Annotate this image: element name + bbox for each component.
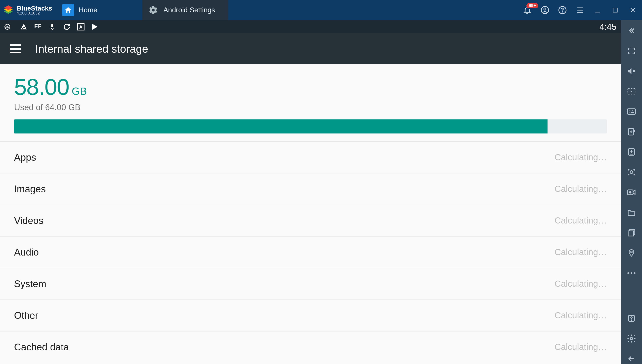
svg-point-20 xyxy=(630,272,632,274)
media-folder-button[interactable] xyxy=(626,207,637,218)
bluestacks-logo-block: BlueStacks 4.260.0.1032 xyxy=(0,0,57,20)
keymap-button[interactable] xyxy=(626,86,637,96)
help-button[interactable] xyxy=(558,5,567,15)
status-icon-play xyxy=(91,23,99,31)
category-value: Calculating… xyxy=(554,342,607,352)
svg-point-18 xyxy=(630,251,632,253)
page-title: Internal shared storage xyxy=(35,42,148,55)
more-button[interactable] xyxy=(626,268,637,278)
svg-rect-4 xyxy=(613,8,617,12)
drawer-menu-button[interactable] xyxy=(10,44,21,53)
side-toolbar xyxy=(621,20,642,364)
svg-point-14 xyxy=(630,171,633,174)
home-icon xyxy=(62,4,74,16)
status-icon-3 xyxy=(48,23,57,31)
app-name: BlueStacks xyxy=(17,5,52,12)
storage-progress-fill xyxy=(14,120,547,134)
category-label: System xyxy=(14,278,46,290)
svg-point-19 xyxy=(627,272,629,274)
tab-settings-label: Android Settings xyxy=(163,6,215,14)
category-row-cached-data[interactable]: Cached dataCalculating… xyxy=(0,332,621,363)
svg-point-16 xyxy=(629,192,631,193)
install-apk-right-button[interactable] xyxy=(626,126,637,137)
toolbar-settings-button[interactable] xyxy=(626,333,637,344)
title-actions: 99+ xyxy=(522,5,642,15)
back-button[interactable] xyxy=(626,354,637,364)
close-button[interactable] xyxy=(628,5,637,15)
account-button[interactable] xyxy=(540,5,550,15)
category-row-other[interactable]: OtherCalculating… xyxy=(0,300,621,332)
tab-android-settings[interactable]: Android Settings xyxy=(142,0,228,20)
svg-text:A: A xyxy=(79,24,82,30)
titlebar: BlueStacks 4.260.0.1032 Home Android Set… xyxy=(0,0,642,20)
storage-content: 58.00 GB Used of 64.00 GB AppsCalculatin… xyxy=(0,64,621,364)
category-label: Videos xyxy=(14,215,44,226)
status-icon-a: A xyxy=(77,23,85,31)
keyboard-button[interactable] xyxy=(626,106,637,117)
category-value: Calculating… xyxy=(554,216,607,226)
storage-used-value: 58.00 xyxy=(14,74,69,100)
screenshot-button[interactable] xyxy=(626,167,637,178)
storage-used: 58.00 GB xyxy=(14,74,607,100)
status-icon-refresh xyxy=(63,23,71,31)
svg-point-3 xyxy=(562,12,563,12)
storage-subtitle: Used of 64.00 GB xyxy=(14,103,607,112)
svg-text:dN: dN xyxy=(5,25,10,29)
svg-rect-17 xyxy=(628,231,633,236)
emulator-viewport: dN FF A 4:45 Internal shared storage xyxy=(0,20,621,364)
category-label: Apps xyxy=(14,152,36,163)
gear-icon xyxy=(148,4,159,16)
bluestacks-text: BlueStacks 4.260.0.1032 xyxy=(17,5,52,15)
category-value: Calculating… xyxy=(554,152,607,162)
svg-point-1 xyxy=(544,8,546,10)
category-value: Calculating… xyxy=(554,184,607,194)
tab-home-label: Home xyxy=(79,6,97,14)
multi-instance-button[interactable] xyxy=(626,228,637,238)
category-value: Calculating… xyxy=(554,310,607,320)
bluestacks-logo-icon xyxy=(3,4,14,16)
guide-button[interactable] xyxy=(626,313,637,324)
status-icon-2 xyxy=(19,23,28,31)
category-label: Images xyxy=(14,183,46,195)
status-icon-ff: FF xyxy=(34,23,42,31)
fullscreen-button[interactable] xyxy=(626,46,637,56)
status-icon-1: dN xyxy=(5,23,13,31)
record-button[interactable] xyxy=(626,187,637,198)
category-value: Calculating… xyxy=(554,247,607,257)
tabs: Home Android Settings xyxy=(57,0,228,20)
category-label: Audio xyxy=(14,246,39,258)
category-row-videos[interactable]: VideosCalculating… xyxy=(0,205,621,237)
svg-point-21 xyxy=(634,272,635,274)
svg-point-24 xyxy=(630,338,633,340)
tab-home[interactable]: Home xyxy=(57,0,142,20)
menu-button[interactable] xyxy=(575,5,585,15)
category-label: Other xyxy=(14,310,38,321)
storage-used-unit: GB xyxy=(72,85,87,98)
notification-badge: 99+ xyxy=(526,3,539,9)
minimize-button[interactable] xyxy=(593,5,602,15)
location-button[interactable] xyxy=(626,248,637,258)
settings-action-bar: Internal shared storage xyxy=(0,33,621,64)
category-row-apps[interactable]: AppsCalculating… xyxy=(0,142,621,174)
category-label: Cached data xyxy=(14,342,69,353)
storage-progress-bar xyxy=(14,120,607,134)
maximize-button[interactable] xyxy=(610,5,620,15)
volume-mute-button[interactable] xyxy=(626,66,637,76)
notifications-button[interactable]: 99+ xyxy=(522,5,532,15)
svg-rect-11 xyxy=(627,109,636,114)
category-row-system[interactable]: SystemCalculating… xyxy=(0,268,621,300)
storage-summary: 58.00 GB Used of 64.00 GB xyxy=(0,64,621,142)
status-clock: 4:45 xyxy=(599,22,616,32)
collapse-toolbar-button[interactable] xyxy=(626,26,637,36)
android-status-bar: dN FF A 4:45 xyxy=(0,20,621,33)
category-row-audio[interactable]: AudioCalculating… xyxy=(0,237,621,268)
storage-categories: AppsCalculating…ImagesCalculating…Videos… xyxy=(0,142,621,363)
category-row-images[interactable]: ImagesCalculating… xyxy=(0,174,621,205)
app-version: 4.260.0.1032 xyxy=(17,12,52,15)
category-value: Calculating… xyxy=(554,279,607,289)
install-apk-down-button[interactable] xyxy=(626,147,637,157)
svg-point-23 xyxy=(631,320,632,320)
svg-rect-7 xyxy=(51,24,53,27)
